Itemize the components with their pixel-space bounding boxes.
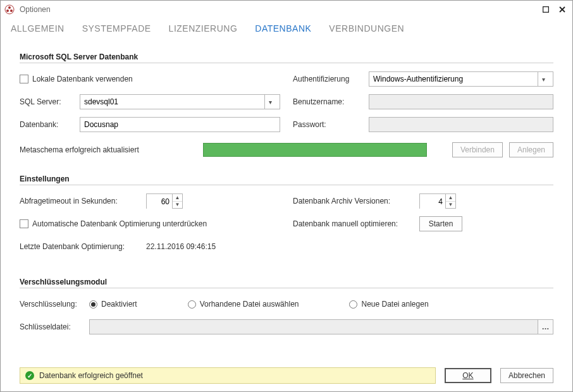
tab-allgemein[interactable]: ALLGEMEIN [11, 23, 65, 34]
timeout-label: Abfragetimeout in Sekunden: [20, 197, 146, 205]
username-label: Benutzername: [293, 97, 369, 106]
chevron-down-icon[interactable]: ▾ [538, 72, 549, 86]
success-icon: ✓ [25, 371, 34, 380]
chevron-up-icon[interactable]: ▲ [173, 194, 182, 202]
radio-icon [188, 300, 196, 309]
divider [20, 63, 553, 63]
section-title-crypto: Verschlüsselungsmodul [20, 278, 553, 286]
auth-label: Authentifizierung [293, 75, 369, 83]
archive-label: Datenbank Archiv Versionen: [293, 197, 419, 205]
radio-deactivated-label: Deaktiviert [101, 300, 137, 309]
ok-button[interactable]: OK [445, 368, 491, 383]
status-bar: ✓ Datenbank erfolgreich geöffnet [20, 367, 436, 384]
auth-combo[interactable]: ▾ [369, 71, 553, 87]
window-title: Optionen [20, 5, 51, 14]
tab-systempfade[interactable]: SYSTEMPFADE [82, 23, 151, 34]
title-bar: Optionen [1, 1, 572, 18]
radio-icon [349, 300, 357, 309]
connect-button[interactable]: Verbinden [452, 142, 503, 157]
sql-server-label: SQL Server: [20, 97, 80, 106]
svg-point-1 [8, 6, 11, 9]
divider [20, 288, 553, 288]
app-icon [4, 4, 15, 15]
section-title-settings: Einstellungen [20, 175, 553, 183]
checkbox-icon [20, 219, 28, 228]
encryption-label: Verschlüsselung: [20, 300, 89, 309]
last-optimization-label: Letzte Datenbank Optimierung: [20, 242, 146, 251]
svg-rect-4 [543, 7, 549, 13]
suppress-optimization-label: Automatische Datenbank Optimierung unter… [32, 219, 207, 228]
chevron-down-icon[interactable]: ▼ [446, 202, 455, 209]
divider [20, 185, 553, 185]
chevron-down-icon[interactable]: ▾ [264, 95, 276, 109]
tab-bar: ALLGEMEIN SYSTEMPFADE LIZENZIERUNG DATEN… [1, 18, 572, 37]
radio-icon [89, 300, 97, 309]
keyfile-label: Schlüsseldatei: [20, 322, 89, 331]
timeout-input[interactable] [147, 194, 172, 209]
database-label: Datenbank: [20, 120, 80, 129]
archive-stepper[interactable]: ▲ ▼ [419, 193, 456, 209]
content-area: Microsoft SQL Server Datenbank Lokale Da… [1, 37, 572, 362]
browse-button[interactable]: … [538, 319, 553, 334]
section-title-db: Microsoft SQL Server Datenbank [20, 52, 553, 61]
last-optimization-value: 22.11.2016 09:46:15 [146, 242, 216, 251]
radio-new-label: Neue Datei anlegen [361, 300, 428, 309]
status-text: Datenbank erfolgreich geöffnet [39, 371, 143, 380]
manual-opt-label: Datenbank manuell optimieren: [293, 219, 419, 228]
sql-server-input[interactable] [84, 95, 264, 109]
chevron-up-icon[interactable]: ▲ [446, 194, 455, 202]
tab-datenbank[interactable]: DATENBANK [255, 23, 311, 34]
tab-verbindungen[interactable]: VERBINDUNGEN [329, 23, 404, 34]
footer: ✓ Datenbank erfolgreich geöffnet OK Abbr… [1, 362, 572, 391]
progress-bar [203, 143, 427, 157]
start-button[interactable]: Starten [419, 216, 462, 231]
cancel-button[interactable]: Abbrechen [500, 368, 553, 383]
close-button[interactable] [556, 4, 569, 15]
radio-existing-file[interactable]: Vorhandene Datei auswählen [188, 300, 299, 309]
svg-point-2 [6, 9, 9, 12]
password-label: Passwort: [293, 120, 369, 129]
sql-server-combo[interactable]: ▾ [80, 94, 280, 109]
checkbox-icon [20, 75, 28, 83]
username-input [369, 94, 553, 109]
radio-new-file[interactable]: Neue Datei anlegen [349, 300, 428, 309]
tab-lizenzierung[interactable]: LIZENZIERUNG [169, 23, 238, 34]
maximize-button[interactable] [539, 4, 552, 15]
svg-point-3 [10, 9, 13, 12]
timeout-stepper[interactable]: ▲ ▼ [146, 193, 183, 209]
archive-input[interactable] [420, 194, 445, 209]
radio-deactivated[interactable]: Deaktiviert [89, 300, 137, 309]
chevron-down-icon[interactable]: ▼ [173, 202, 182, 209]
keyfile-input [89, 319, 538, 334]
suppress-optimization-checkbox[interactable]: Automatische Datenbank Optimierung unter… [20, 219, 207, 228]
database-input[interactable] [80, 117, 280, 132]
metaschema-status: Metaschema erfolgreich aktualisiert [20, 145, 203, 154]
create-button[interactable]: Anlegen [509, 142, 553, 157]
auth-input[interactable] [373, 72, 538, 86]
use-local-db-label: Lokale Datenbank verwenden [32, 75, 133, 83]
use-local-db-checkbox[interactable]: Lokale Datenbank verwenden [20, 75, 133, 83]
radio-existing-label: Vorhandene Datei auswählen [200, 300, 299, 309]
password-input [369, 117, 553, 132]
